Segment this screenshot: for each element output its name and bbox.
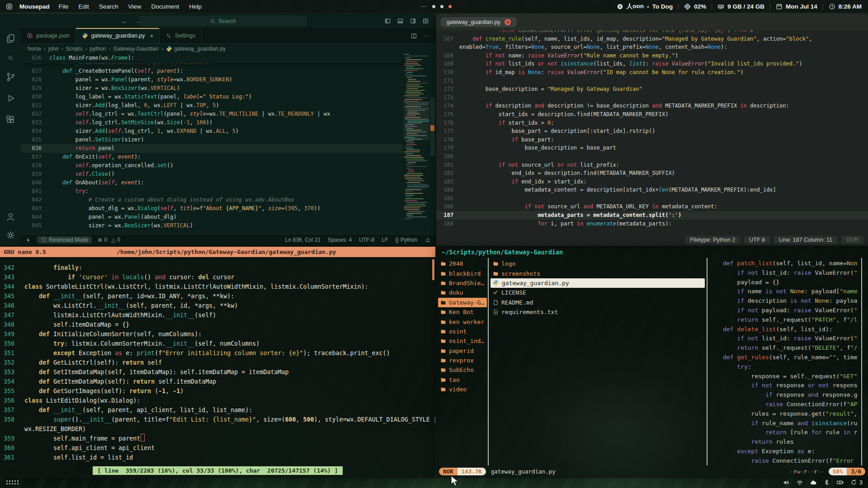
- parent-dir-video[interactable]: video: [438, 385, 487, 394]
- remote-lightning-icon[interactable]: [25, 237, 31, 243]
- status-item[interactable]: {} Python: [395, 237, 417, 243]
- wifi-icon[interactable]: [796, 479, 803, 486]
- pane-divider: [488, 258, 489, 465]
- parent-dir-paperid[interactable]: paperid: [438, 346, 487, 356]
- parent-dir-2048[interactable]: 2048: [438, 259, 487, 268]
- status-item[interactable]: LF: [382, 237, 388, 243]
- parent-dir-subecho[interactable]: SubEcho: [438, 365, 487, 375]
- line-number: 350: [0, 339, 24, 348]
- parent-dir-osint-ind-[interactable]: osint_ind…: [438, 336, 487, 346]
- bell-icon[interactable]: [425, 237, 431, 243]
- code-line-188: 188 for i, part in enumerate(metadata_pa…: [436, 220, 868, 228]
- status-item[interactable]: UTF-8: [359, 237, 374, 243]
- status-item[interactable]: Spaces: 4: [328, 237, 352, 243]
- parent-dir-doku[interactable]: doku: [438, 288, 487, 297]
- window-dot-active[interactable]: [448, 5, 452, 8]
- more-actions-icon[interactable]: [423, 33, 430, 39]
- minimap-viewport[interactable]: [404, 101, 429, 141]
- split-editor-icon[interactable]: [410, 33, 417, 39]
- code-line-360: 360 self.api_client = api_client: [0, 443, 435, 453]
- command-search-box[interactable]: Search: [139, 16, 307, 26]
- file-entry-requirements-txt[interactable]: requirements.txt: [491, 307, 705, 317]
- files-icon[interactable]: [5, 33, 16, 44]
- account-icon[interactable]: [5, 211, 16, 222]
- window-dot[interactable]: [440, 5, 443, 8]
- window-dot[interactable]: [432, 5, 435, 8]
- code-line-358: 358 super().__init__(parent, title=f"Edi…: [0, 415, 435, 424]
- extensions-icon[interactable]: [5, 114, 16, 125]
- bluetooth-icon[interactable]: [823, 479, 830, 486]
- code-editor[interactable]: 826 def _CreateRatesPanel(self, parent_n…: [21, 54, 435, 234]
- parent-dir-brandshie-[interactable]: BrandShie…: [438, 278, 487, 288]
- panel-left-icon[interactable]: [384, 18, 391, 24]
- file-entry-logo[interactable]: logo: [491, 259, 705, 268]
- file-entry-screenshots[interactable]: screenshots: [491, 268, 705, 278]
- restricted-mode-badge[interactable]: Restricted Mode: [37, 236, 92, 244]
- menu-item-file[interactable]: File: [59, 3, 69, 10]
- app-logo-icon[interactable]: [5, 3, 13, 10]
- file-entry-readme-md[interactable]: README.md: [491, 298, 705, 307]
- panel-bottom-icon[interactable]: [397, 18, 404, 24]
- file-entry-gateway-guardian-py[interactable]: gateway_guardian.py: [491, 278, 705, 288]
- search-icon[interactable]: [5, 55, 16, 61]
- vscode-titlebar: ← → Search: [0, 14, 435, 28]
- terminal-editor[interactable]: raise ConnectionError(f"Error getting de…: [436, 30, 868, 234]
- layout-grid-icon[interactable]: [422, 18, 429, 24]
- overflow-icon[interactable]: ⋯: [420, 2, 427, 10]
- now-playing[interactable]: 人oon • To Dog: [617, 2, 673, 10]
- preview-scrollbar[interactable]: [861, 258, 862, 465]
- minimap[interactable]: [404, 54, 429, 234]
- run-debug-icon[interactable]: [5, 93, 16, 103]
- date-indicator[interactable]: Mon Jul 14: [776, 3, 817, 10]
- volume-icon[interactable]: [783, 479, 790, 486]
- parent-dir-gateway-g-[interactable]: Gateway-G…: [438, 298, 487, 307]
- breadcrumb-item[interactable]: python: [90, 46, 106, 52]
- app-grid-icon[interactable]: [6, 480, 19, 484]
- nano-scrollbar[interactable]: [432, 259, 434, 280]
- cpu-indicator[interactable]: 02%: [684, 3, 706, 10]
- parent-dir-ken-bot[interactable]: Ken Bot: [438, 307, 487, 317]
- cloud-upload-icon[interactable]: [810, 479, 817, 486]
- menu-item-help[interactable]: Help: [189, 3, 202, 10]
- file-entry-license[interactable]: LICENSE: [491, 288, 705, 297]
- editor-scrollbar[interactable]: [430, 54, 435, 234]
- parent-dir-ken-worker[interactable]: ken worker: [438, 317, 487, 326]
- breadcrumb-item[interactable]: home: [28, 46, 41, 52]
- clock-indicator[interactable]: 8:26 AM: [829, 3, 862, 10]
- breadcrumb-file[interactable]: gateway_guardian.py: [166, 46, 226, 52]
- problems-indicator[interactable]: ⊗ 0 △ 0: [98, 237, 120, 243]
- settings-gear-icon[interactable]: [5, 230, 16, 240]
- status-item[interactable]: Ln 836, Col 21: [285, 237, 321, 243]
- yazi-statusbar: NOR 143.7K gateway_guardian.py -rw-r--r-…: [439, 466, 865, 477]
- terminal-tab[interactable]: gateway_guardian.py ×: [441, 17, 517, 27]
- panel-right-icon[interactable]: [410, 18, 416, 24]
- parent-dir-revprox[interactable]: revprox: [438, 356, 487, 365]
- battery-charging-icon[interactable]: [836, 479, 844, 486]
- menu-item-search[interactable]: Search: [99, 3, 118, 10]
- source-control-icon[interactable]: [5, 72, 16, 82]
- close-icon[interactable]: ×: [150, 33, 154, 39]
- parent-dir-blackbird[interactable]: blackbird: [438, 268, 487, 278]
- yazi-preview-pane: def patch_list(self, list_id, name=None …: [723, 259, 857, 466]
- tab-gateway-guardian-py[interactable]: gateway_guardian.py×: [76, 28, 160, 43]
- tab-settings[interactable]: Settings: [160, 28, 202, 43]
- breadcrumb[interactable]: home›john›Scripts›python›Gateway-Gaurdia…: [21, 44, 435, 54]
- tab-package-json[interactable]: package.json: [21, 28, 76, 43]
- breadcrumb-item[interactable]: john: [48, 46, 59, 52]
- menu-item-view[interactable]: View: [128, 3, 142, 10]
- close-icon[interactable]: ×: [505, 19, 511, 25]
- nano-editor[interactable]: 342 finally:343 if 'cursor' in locals() …: [0, 257, 435, 462]
- menu-item-edit[interactable]: Edit: [79, 3, 89, 10]
- back-arrow-icon[interactable]: ←: [121, 17, 128, 25]
- breadcrumb-item[interactable]: Gateway-Gaurdian: [113, 46, 159, 52]
- parent-dir-osint[interactable]: osint: [438, 327, 487, 336]
- breadcrumb-item[interactable]: Scripts: [66, 46, 83, 52]
- restart-icon[interactable]: [850, 479, 857, 486]
- parent-dir-tao[interactable]: tao: [438, 375, 487, 385]
- active-app-name[interactable]: Mousepad: [19, 3, 50, 10]
- menu-item-document[interactable]: Document: [151, 3, 179, 10]
- line-number: 844: [21, 213, 49, 221]
- editor-tabbar: package.jsongateway_guardian.py×Settings: [21, 28, 435, 44]
- memory-indicator[interactable]: 9 GB / 24 GB: [717, 3, 764, 10]
- tab-label: package.json: [36, 33, 70, 39]
